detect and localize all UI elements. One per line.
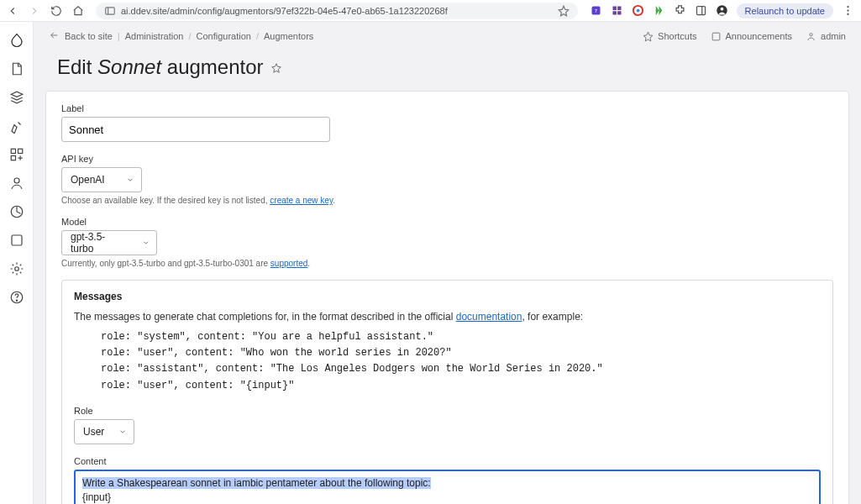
drupal-logo-icon[interactable] [8, 32, 25, 49]
model-field-label: Model [61, 217, 833, 227]
content-field-label: Content [74, 456, 821, 466]
user-menu[interactable]: admin [806, 31, 846, 42]
svg-point-21 [810, 33, 812, 35]
role-field-label: Role [74, 406, 821, 416]
svg-point-10 [847, 13, 848, 15]
messages-example: role: "system", content: "You are a help… [74, 329, 821, 394]
svg-text:7: 7 [594, 8, 597, 13]
people-icon[interactable] [8, 175, 25, 192]
content-textarea[interactable]: Write a Shakespearean sonnet in iambic p… [74, 470, 821, 504]
svg-rect-13 [11, 156, 15, 160]
relaunch-button[interactable]: Relaunch to update [737, 3, 833, 18]
help-icon[interactable] [8, 289, 25, 306]
extension-icon[interactable] [653, 4, 665, 17]
svg-rect-12 [18, 149, 22, 153]
favorite-toggle-icon[interactable] [270, 55, 282, 79]
svg-point-8 [847, 6, 848, 8]
structure-icon[interactable] [8, 89, 25, 106]
app-sidebar [0, 22, 34, 504]
config-icon[interactable] [8, 260, 25, 277]
svg-rect-11 [11, 149, 15, 153]
extension-icon[interactable]: 7 [590, 4, 602, 17]
back-to-site-link[interactable]: Back to site [65, 31, 113, 41]
apikey-field-label: API key [61, 154, 833, 164]
breadcrumb[interactable]: Administration [125, 31, 184, 41]
tools-icon[interactable] [8, 232, 25, 249]
forward-icon[interactable] [29, 5, 40, 17]
apikey-help: Choose an available key. If the desired … [61, 196, 833, 205]
panel-icon[interactable] [695, 4, 707, 17]
svg-rect-5 [696, 7, 705, 15]
extensions-menu-icon[interactable] [674, 4, 686, 17]
messages-fieldset: Messages The messages to generate chat c… [61, 280, 833, 504]
label-input[interactable] [61, 117, 330, 142]
documentation-link[interactable]: documentation [456, 311, 522, 323]
home-icon[interactable] [72, 5, 84, 17]
svg-rect-16 [12, 235, 22, 245]
create-key-link[interactable]: create a new key [270, 196, 333, 205]
announcements-link[interactable]: Announcements [711, 31, 793, 42]
svg-rect-0 [106, 7, 115, 13]
supported-link[interactable]: supported [270, 259, 307, 268]
site-info-icon [104, 5, 116, 17]
messages-legend: Messages [74, 291, 821, 302]
chevron-down-icon [126, 176, 134, 184]
model-select[interactable]: gpt-3.5-turbo [61, 230, 157, 255]
model-help: Currently, only gpt-3.5-turbo and gpt-3.… [61, 259, 833, 268]
role-select[interactable]: User [74, 419, 134, 444]
star-icon[interactable] [558, 5, 570, 17]
profile-icon[interactable] [716, 4, 728, 17]
extend-icon[interactable] [8, 146, 25, 163]
svg-point-14 [14, 178, 19, 183]
admin-topbar: Back to site | Administration / Configur… [34, 22, 861, 50]
appearance-icon[interactable] [8, 118, 25, 134]
url-text: ai.ddev.site/admin/config/augmentors/97e… [121, 6, 448, 16]
svg-point-17 [14, 267, 18, 271]
svg-rect-20 [712, 33, 720, 40]
chevron-down-icon [142, 239, 150, 247]
svg-point-9 [847, 9, 848, 11]
breadcrumb[interactable]: Augmentors [264, 31, 313, 41]
form-card: Label API key OpenAI Choose an available… [45, 91, 849, 504]
svg-point-7 [720, 8, 723, 11]
svg-point-4 [636, 9, 639, 13]
breadcrumb[interactable]: Configuration [196, 31, 250, 41]
apikey-select[interactable]: OpenAI [61, 167, 142, 192]
messages-description: The messages to generate chat completion… [74, 311, 821, 323]
browser-chrome: ai.ddev.site/admin/config/augmentors/97e… [0, 0, 861, 22]
chevron-down-icon [118, 428, 127, 436]
back-icon[interactable] [7, 5, 18, 17]
shortcuts-link[interactable]: Shortcuts [643, 31, 696, 42]
address-bar[interactable]: ai.ddev.site/admin/config/augmentors/97e… [96, 3, 578, 19]
page-title: Edit Sonnet augmentor [57, 55, 837, 79]
kebab-icon[interactable] [842, 4, 854, 17]
back-to-site-icon [49, 30, 60, 43]
svg-point-19 [16, 300, 17, 301]
extension-icon[interactable] [632, 4, 644, 17]
reload-icon[interactable] [50, 5, 62, 17]
content-icon[interactable] [8, 60, 25, 77]
reports-icon[interactable] [8, 203, 25, 220]
label-field-label: Label [61, 103, 833, 113]
extension-icon[interactable] [611, 4, 623, 17]
